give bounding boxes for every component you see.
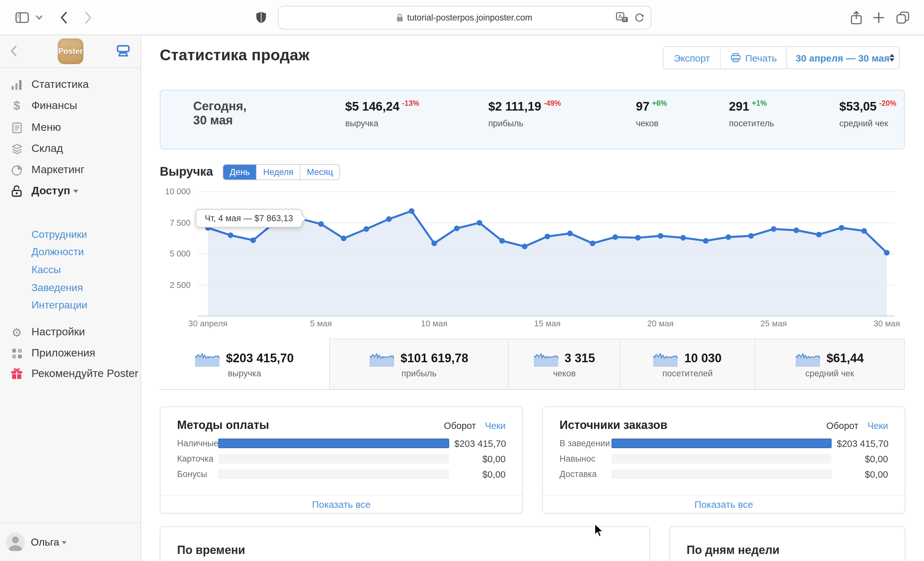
pie-chart-icon	[11, 165, 22, 175]
sidebar-item-settings[interactable]: ⚙ Настройки	[0, 323, 141, 341]
summary-tab-revenue[interactable]: $203 415,70 выручка	[160, 338, 330, 389]
select-arrows-icon	[890, 54, 894, 61]
layers-icon	[11, 143, 22, 154]
gear-icon: ⚙	[11, 325, 22, 339]
revenue-chart-svg: 30 апреля5 мая10 мая15 мая20 мая25 мая30…	[198, 185, 905, 332]
tab-week[interactable]: Неделя	[256, 165, 300, 180]
period-segmented-control: День Неделя Месяц	[223, 164, 340, 180]
by-time-card: По времени	[160, 527, 650, 561]
sidebar-item-integrations[interactable]: Интеграции	[0, 298, 141, 313]
new-tab-icon[interactable]	[871, 0, 886, 35]
share-icon[interactable]	[848, 0, 864, 35]
sidebar-item-statistics[interactable]: Статистика	[0, 76, 141, 94]
sparkline-icon	[796, 350, 820, 367]
svg-text:15 мая: 15 мая	[534, 319, 561, 328]
source-row-inhouse: В заведении $203 415,70	[560, 438, 888, 448]
poster-logo[interactable]: Poster	[58, 39, 83, 64]
bar	[612, 469, 832, 479]
user-menu[interactable]: Ольга	[0, 522, 141, 561]
toggle-receipts[interactable]: Чеки	[485, 420, 506, 431]
sidebar-item-stock[interactable]: Склад	[0, 140, 141, 158]
export-button[interactable]: Экспорт	[663, 47, 720, 69]
sidebar-item-marketing[interactable]: Маркетинг	[0, 161, 141, 179]
print-button[interactable]: Печать	[720, 47, 787, 69]
sparkline-icon	[195, 350, 219, 367]
by-weekday-card: По дням недели	[669, 527, 905, 561]
payment-row-cash: Наличные $203 415,70	[177, 438, 506, 448]
sparkline-icon	[370, 350, 394, 367]
summary-tab-avg-receipt[interactable]: $61,44 средний чек	[755, 338, 905, 389]
summary-tab-visitors[interactable]: 10 030 посетителей	[621, 338, 755, 389]
sidebar-item-menu[interactable]: Меню	[0, 119, 141, 136]
page-title: Статистика продаж	[160, 46, 310, 64]
panel-title: Методы оплаты	[177, 419, 444, 432]
apps-grid-icon	[11, 349, 22, 358]
gift-icon	[11, 368, 22, 380]
revenue-chart[interactable]: 30 апреля5 мая10 мая15 мая20 мая25 мая30…	[198, 185, 905, 332]
toggle-turnover[interactable]: Оборот	[444, 420, 476, 431]
date-range-select[interactable]: 30 апреля — 30 мая	[786, 46, 900, 69]
bar	[612, 454, 832, 464]
bar-chart-icon	[11, 80, 22, 90]
today-label: Сегодня, 30 мая	[193, 99, 246, 127]
tab-day[interactable]: День	[223, 165, 256, 180]
sidebar-item-access[interactable]: Доступ	[0, 182, 141, 200]
pos-terminal-icon[interactable]	[116, 45, 131, 58]
panel-title: Источники заказов	[560, 419, 826, 432]
url-text: tutorial-posterpos.joinposter.com	[407, 13, 532, 22]
summary-tab-profit[interactable]: $101 619,78 прибыль	[330, 338, 509, 389]
svg-text:25 мая: 25 мая	[760, 319, 787, 328]
toolbar-chevron-down-icon[interactable]	[34, 0, 44, 35]
y-tick-7500: 7 500	[148, 218, 190, 228]
payment-row-card: Карточка $0,00	[177, 454, 506, 464]
revenue-section-title: Выручка	[160, 165, 213, 179]
tab-overview-icon[interactable]	[894, 0, 911, 35]
sidebar-item-positions[interactable]: Должности	[0, 244, 141, 260]
svg-text:20 мая: 20 мая	[647, 319, 674, 328]
bar	[218, 438, 449, 448]
svg-text:A: A	[618, 13, 622, 20]
toggle-turnover[interactable]: Оборот	[826, 420, 858, 431]
summary-tabs: $203 415,70 выручка $101 619,78 прибыль …	[160, 338, 905, 390]
sidebar-item-registers[interactable]: Кассы	[0, 262, 141, 278]
payment-row-bonus: Бонусы $0,00	[177, 469, 506, 479]
translate-icon[interactable]: A	[616, 12, 628, 23]
dollar-icon: $	[11, 99, 22, 113]
y-tick-2500: 2 500	[148, 280, 190, 290]
sidebar-item-applications[interactable]: Приложения	[0, 344, 141, 362]
page: tutorial-posterpos.joinposter.com A	[0, 0, 924, 561]
bar	[218, 454, 449, 464]
show-all-link[interactable]: Показать все	[543, 495, 905, 513]
svg-text:5 мая: 5 мая	[310, 319, 332, 328]
sidebar-item-recommend-poster[interactable]: Рекомендуйте Poster	[0, 365, 141, 383]
collapse-sidebar-icon[interactable]	[10, 45, 16, 57]
sidebar-item-employees[interactable]: Сотрудники	[0, 227, 141, 242]
printer-icon	[731, 53, 741, 62]
sidebar-header: Poster	[0, 36, 141, 68]
shield-icon[interactable]	[254, 0, 268, 35]
header-actions: Экспорт Печать	[663, 46, 788, 69]
toggle-receipts[interactable]: Чеки	[867, 420, 888, 431]
bar	[218, 469, 449, 479]
svg-text:10 мая: 10 мая	[421, 319, 448, 328]
user-name: Ольга	[31, 537, 59, 548]
summary-tab-receipts[interactable]: 3 315 чеков	[509, 338, 621, 389]
tab-month[interactable]: Месяц	[300, 165, 339, 180]
source-row-delivery: Доставка $0,00	[560, 469, 888, 479]
payment-methods-panel: Методы оплаты Оборот Чеки Наличные $203 …	[160, 407, 523, 513]
reload-icon[interactable]	[634, 12, 644, 23]
forward-button[interactable]	[81, 0, 95, 35]
svg-text:30 апреля: 30 апреля	[188, 319, 228, 328]
user-caret-icon	[62, 541, 67, 545]
sidebar-toggle-icon[interactable]	[13, 0, 31, 35]
avatar	[6, 533, 25, 552]
sidebar-item-venues[interactable]: Заведения	[0, 280, 141, 296]
show-all-link[interactable]: Показать все	[160, 495, 522, 513]
url-bar[interactable]: tutorial-posterpos.joinposter.com A	[278, 6, 651, 30]
sidebar-item-finance[interactable]: $ Финансы	[0, 97, 141, 115]
lock-icon	[397, 13, 403, 22]
document-icon	[11, 122, 22, 133]
back-button[interactable]	[57, 0, 70, 35]
bar	[612, 438, 832, 448]
order-sources-panel: Источники заказов Оборот Чеки В заведени…	[542, 407, 905, 513]
